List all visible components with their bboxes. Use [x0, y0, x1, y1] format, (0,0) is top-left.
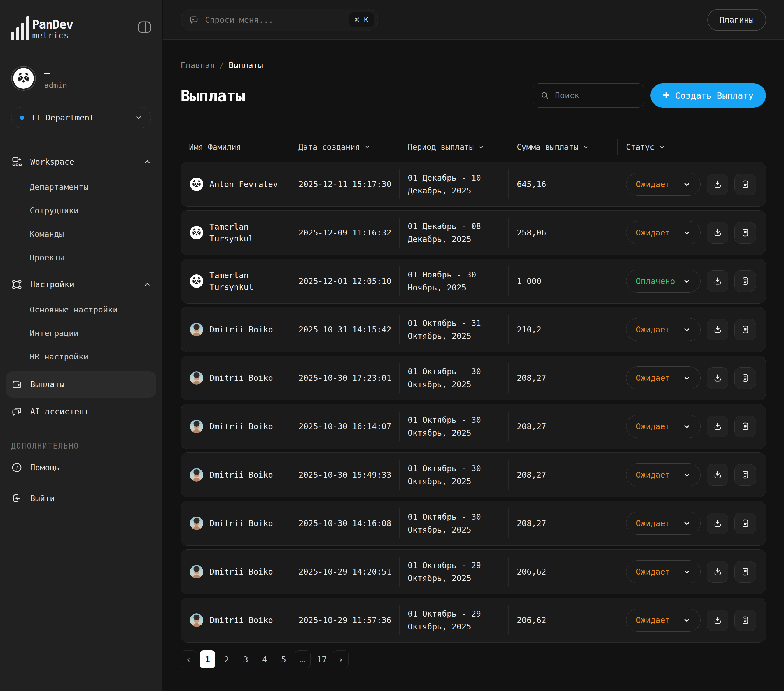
column-header-status[interactable]: Статус — [618, 139, 766, 155]
document-icon — [741, 615, 750, 625]
sidebar-subitem[interactable]: Интеграции — [30, 321, 151, 345]
breadcrumb: Главная / Выплаты — [181, 61, 766, 70]
download-button[interactable] — [707, 319, 728, 341]
report-button[interactable] — [735, 319, 756, 341]
search-input[interactable] — [555, 91, 637, 100]
download-button[interactable] — [707, 416, 728, 437]
download-button[interactable] — [707, 513, 728, 534]
sidebar-item-label: Настройки — [30, 280, 74, 289]
report-button[interactable] — [735, 416, 756, 437]
user-profile[interactable]: — admin — [11, 66, 151, 91]
pagination-item[interactable]: … — [295, 650, 311, 668]
download-button[interactable] — [707, 561, 728, 582]
pagination-item[interactable]: 5 — [276, 650, 292, 668]
create-payment-button[interactable]: + Создать Выплату — [651, 84, 766, 107]
column-header-period[interactable]: Период выплаты — [399, 139, 508, 155]
column-header-amount[interactable]: Сумма выплаты — [508, 139, 618, 155]
settings-subnav: Основные настройкиИнтеграцииHR настройки — [20, 298, 151, 369]
pagination-item[interactable]: 3 — [238, 650, 254, 668]
sidebar-item-settings[interactable]: Настройки — [11, 272, 151, 297]
photo-avatar — [190, 517, 203, 530]
download-button[interactable] — [707, 174, 728, 195]
download-button[interactable] — [707, 464, 728, 486]
breadcrumb-home[interactable]: Главная — [181, 61, 215, 70]
table-row: Dmitrii Boiko 2025-10-30 14:16:08 01 Окт… — [181, 501, 766, 546]
department-selector[interactable]: IT Department — [11, 107, 151, 128]
ask-ai-search-bar[interactable]: ⌘ K — [181, 9, 378, 31]
status-select[interactable]: Ожидает — [626, 512, 700, 535]
report-button[interactable] — [735, 513, 756, 534]
created-date: 2025-10-30 14:16:08 — [298, 518, 392, 528]
status-label: Оплачено — [636, 276, 675, 286]
sidebar-item-ai-assistant[interactable]: AI ассистент — [11, 399, 151, 424]
row-avatar — [190, 565, 203, 578]
sidebar-subitem[interactable]: Команды — [30, 222, 151, 246]
pagination-item[interactable]: 17 — [314, 650, 329, 668]
status-select[interactable]: Ожидает — [626, 367, 700, 390]
table-row: Dmitrii Boiko 2025-10-29 14:20:51 01 Окт… — [181, 550, 766, 594]
status-select[interactable]: Оплачено — [626, 270, 700, 293]
report-button[interactable] — [735, 464, 756, 486]
payment-period: 01 Октябрь - 29 Октябрь, 2025 — [399, 550, 509, 594]
chevron-down-icon — [683, 374, 691, 382]
payment-period: 01 Октябрь - 30 Октябрь, 2025 — [399, 453, 509, 497]
sidebar-item-workspace[interactable]: Workspace — [11, 150, 151, 174]
pagination-item[interactable]: › — [333, 650, 349, 668]
sidebar-subitem[interactable]: Основные настройки — [30, 298, 151, 321]
status-select[interactable]: Ожидает — [626, 173, 700, 196]
sidebar-subitem[interactable]: Сотрудники — [30, 199, 151, 222]
sidebar-item-logout[interactable]: Выйти — [11, 485, 151, 512]
pagination-item[interactable]: 4 — [257, 650, 272, 668]
user-name: — — [44, 67, 67, 78]
status-select[interactable]: Ожидает — [626, 560, 700, 583]
report-button[interactable] — [735, 610, 756, 631]
document-icon — [741, 179, 750, 189]
report-button[interactable] — [735, 561, 756, 582]
employee-name: Anton Fevralev — [209, 178, 278, 190]
chevron-down-icon — [683, 326, 691, 334]
column-header-created[interactable]: Дата создания — [290, 139, 399, 155]
payment-period: 01 Ноябрь - 30 Ноябрь, 2025 — [399, 259, 509, 303]
status-select[interactable]: Ожидает — [626, 463, 700, 486]
status-select[interactable]: Ожидает — [626, 415, 700, 438]
pagination-item[interactable]: 1 — [199, 650, 215, 668]
chevron-down-icon — [135, 114, 142, 121]
row-avatar — [190, 323, 203, 336]
pagination-item[interactable]: ‹ — [181, 650, 196, 668]
pagination-item[interactable]: 2 — [219, 650, 234, 668]
download-button[interactable] — [707, 610, 728, 631]
status-select[interactable]: Ожидает — [626, 318, 700, 341]
status-select[interactable]: Ожидает — [626, 609, 700, 632]
sidebar-subitem[interactable]: HR настройки — [30, 345, 151, 369]
app-logo: PanDev metrics — [11, 16, 73, 40]
sidebar-toggle-icon — [138, 21, 151, 33]
sidebar-subitem[interactable]: Проекты — [30, 246, 151, 269]
table-row: Anton Fevralev 2025-12-11 15:17:30 01 Де… — [181, 162, 766, 207]
employee-name: Dmitrii Boiko — [209, 372, 273, 384]
report-button[interactable] — [735, 367, 756, 389]
chevron-down-icon — [583, 144, 589, 150]
status-select[interactable]: Ожидает — [626, 221, 700, 244]
report-button[interactable] — [735, 174, 756, 195]
chevron-down-icon — [659, 144, 665, 150]
sidebar-item-payments[interactable]: Выплаты — [6, 371, 156, 398]
raccoon-avatar-icon — [16, 71, 31, 86]
row-avatar — [190, 420, 203, 433]
download-button[interactable] — [707, 367, 728, 389]
chevron-down-icon — [683, 519, 691, 527]
download-button[interactable] — [707, 270, 728, 292]
download-button[interactable] — [707, 222, 728, 243]
sidebar-item-help[interactable]: ? Помощь — [11, 454, 151, 481]
table-search[interactable] — [533, 84, 644, 107]
ask-ai-input[interactable] — [205, 15, 343, 25]
report-button[interactable] — [735, 222, 756, 243]
sidebar-subitem[interactable]: Департаменты — [30, 175, 151, 199]
payment-amount: 206,62 — [517, 615, 546, 625]
created-date: 2025-10-30 17:23:01 — [298, 373, 392, 383]
payment-amount: 208,27 — [517, 518, 546, 528]
brand-sub: metrics — [32, 31, 73, 40]
logo-bars-icon — [11, 16, 30, 40]
plugins-button[interactable]: Плагины — [707, 9, 766, 31]
report-button[interactable] — [735, 270, 756, 292]
sidebar-collapse-button[interactable] — [138, 21, 151, 33]
